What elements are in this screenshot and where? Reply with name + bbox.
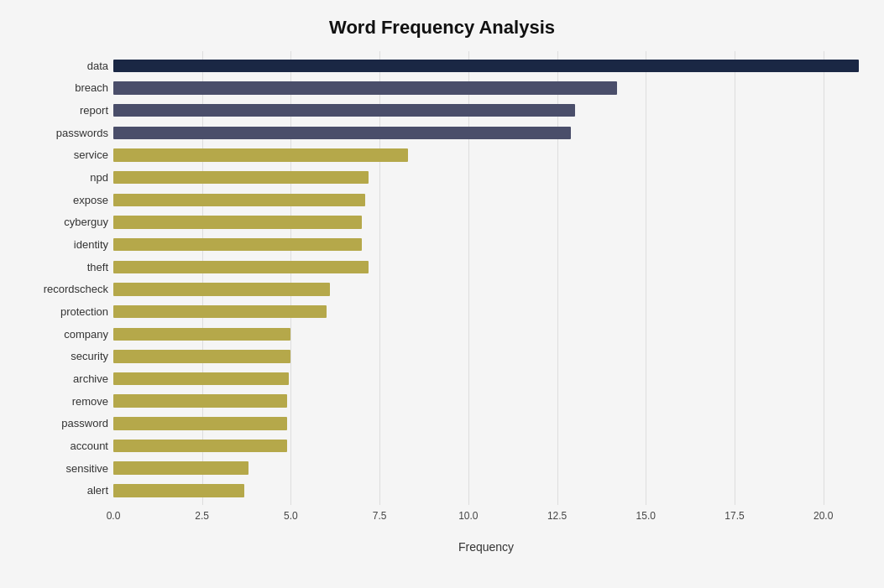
y-label-recordscheck: recordscheck [25, 278, 108, 301]
y-label-theft: theft [25, 256, 108, 278]
bar-row-service [113, 144, 859, 167]
chart-area: databreachreportpasswordsservicenpdexpos… [25, 51, 859, 505]
bar-password [113, 417, 287, 429]
x-tick-17.5: 17.5 [724, 510, 744, 522]
bar-row-identity [113, 233, 859, 256]
y-label-password: password [25, 413, 108, 435]
y-label-account: account [25, 434, 108, 457]
bar-report [113, 104, 575, 117]
bar-row-alert [113, 479, 859, 502]
y-label-remove: remove [25, 390, 108, 413]
bar-expose [113, 194, 365, 206]
grid-and-bars [113, 51, 859, 505]
bars-section [113, 51, 859, 505]
chart-container: Word Frequency Analysis databreachreport… [0, 0, 884, 588]
y-label-report: report [25, 99, 108, 122]
bar-account [113, 440, 287, 452]
bar-service [113, 148, 408, 161]
y-label-npd: npd [25, 166, 108, 189]
bar-row-remove [113, 390, 859, 413]
bar-protection [113, 305, 327, 318]
bar-row-npd [113, 166, 859, 189]
bar-sensitive [113, 461, 248, 474]
bar-row-expose [113, 189, 859, 211]
y-label-passwords: passwords [25, 122, 108, 144]
bar-data [113, 60, 859, 72]
bar-identity [113, 238, 362, 251]
bar-row-account [113, 434, 859, 457]
x-axis: 0.02.55.07.510.012.515.017.520.0 [113, 505, 859, 522]
bar-row-security [113, 346, 859, 368]
x-tick-0.0: 0.0 [107, 510, 121, 522]
y-label-archive: archive [25, 367, 108, 390]
bar-recordscheck [113, 283, 330, 295]
x-tick-5.0: 5.0 [284, 510, 298, 522]
x-tick-15.0: 15.0 [636, 510, 656, 522]
x-tick-2.5: 2.5 [195, 510, 209, 522]
y-label-company: company [25, 323, 108, 346]
y-axis-labels: databreachreportpasswordsservicenpdexpos… [25, 51, 113, 505]
x-tick-12.5: 12.5 [547, 510, 567, 522]
bar-row-data [113, 55, 859, 77]
bar-row-report [113, 99, 859, 122]
bar-cyberguy [113, 216, 362, 228]
bar-row-passwords [113, 122, 859, 144]
bar-row-recordscheck [113, 278, 859, 301]
x-tick-7.5: 7.5 [373, 510, 387, 522]
y-label-breach: breach [25, 77, 108, 100]
bar-row-cyberguy [113, 211, 859, 234]
y-label-identity: identity [25, 233, 108, 256]
x-axis-label: Frequency [113, 540, 859, 554]
chart-title: Word Frequency Analysis [25, 17, 859, 39]
bars-wrapper [113, 51, 859, 505]
bar-company [113, 328, 290, 341]
bar-npd [113, 171, 369, 184]
y-label-protection: protection [25, 300, 108, 323]
bar-theft [113, 261, 369, 273]
bar-row-password [113, 413, 859, 435]
x-tick-10.0: 10.0 [458, 510, 478, 522]
bar-row-protection [113, 300, 859, 323]
y-label-cyberguy: cyberguy [25, 211, 108, 234]
bar-row-sensitive [113, 457, 859, 480]
bar-row-company [113, 323, 859, 346]
y-label-expose: expose [25, 189, 108, 211]
bar-row-theft [113, 256, 859, 278]
y-label-data: data [25, 55, 108, 77]
x-tick-20.0: 20.0 [813, 510, 833, 522]
bar-row-archive [113, 367, 859, 390]
y-label-security: security [25, 346, 108, 368]
bar-row-breach [113, 77, 859, 100]
bar-alert [113, 484, 244, 497]
y-label-service: service [25, 144, 108, 167]
bar-passwords [113, 127, 571, 139]
bar-remove [113, 394, 287, 407]
y-label-alert: alert [25, 479, 108, 502]
y-label-sensitive: sensitive [25, 457, 108, 480]
bar-breach [113, 81, 617, 94]
bar-archive [113, 372, 289, 385]
bar-security [113, 350, 290, 362]
